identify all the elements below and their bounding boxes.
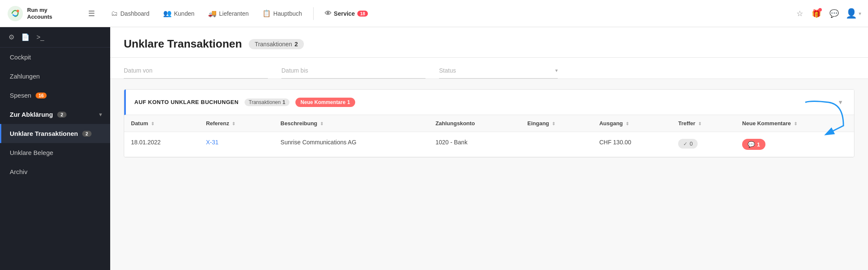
transactions-badge-label: Transaktionen — [255, 41, 292, 48]
svg-point-0 — [8, 6, 23, 21]
table-head: Datum ⇕ Referenz ⇕ Beschreibung ⇕ — [124, 115, 854, 132]
sidebar-terminal-button[interactable]: >_ — [36, 34, 44, 41]
card-transactions-badge: Transaktionen 1 — [245, 98, 289, 106]
datum-von-label: Datum von — [124, 67, 153, 74]
sidebar-nav: Cockpit Zahlungen Spesen 16 Zur Abklärun… — [0, 48, 110, 270]
col-eingang: Eingang ⇕ — [520, 115, 593, 132]
chat-button[interactable]: 💬 — [828, 7, 840, 20]
col-referenz-label: Referenz — [206, 120, 229, 127]
ausgang-sort-icon[interactable]: ⇕ — [626, 121, 629, 126]
col-datum-label: Datum — [131, 120, 148, 127]
service-icon: 👁 — [325, 10, 331, 17]
nav-dashboard-label: Dashboard — [120, 10, 150, 17]
col-ausgang-label: Ausgang — [599, 120, 623, 127]
datum-sort-icon[interactable]: ⇕ — [151, 121, 154, 126]
neue-kommentare-badge: Neue Kommentare 1 — [295, 98, 355, 107]
treffer-sort-icon[interactable]: ⇕ — [698, 121, 701, 126]
sidebar-archiv-label: Archiv — [10, 168, 28, 175]
check-icon: ✓ — [683, 141, 687, 147]
sidebar-item-unklare-transaktionen[interactable]: Unklare Transaktionen 2 — [0, 124, 110, 143]
referenz-sort-icon[interactable]: ⇕ — [232, 121, 235, 126]
page-title: Unklare Transaktionen — [124, 37, 242, 51]
col-referenz: Referenz ⇕ — [199, 115, 274, 132]
col-beschreibung: Beschreibung ⇕ — [274, 115, 429, 132]
nav-service-label: Service — [334, 10, 355, 17]
eingang-sort-icon[interactable]: ⇕ — [552, 121, 555, 126]
datum-von-filter[interactable]: Datum von — [124, 63, 268, 79]
comment-badge[interactable]: 💬 1 — [742, 139, 765, 150]
page-header: Unklare Transaktionen Transaktionen 2 — [110, 27, 868, 58]
row-zahlungskonto: 1020 - Bank — [428, 132, 520, 157]
nav-item-hauptbuch[interactable]: 📋 Hauptbuch — [256, 6, 308, 21]
sidebar-spesen-label: Spesen — [10, 92, 31, 99]
col-neue-kommentare-label: Neue Kommentare — [742, 120, 791, 127]
user-chevron-icon: ▾ — [859, 11, 861, 17]
col-neue-kommentare: Neue Kommentare ⇕ — [735, 115, 854, 132]
sidebar-item-cockpit[interactable]: Cockpit — [0, 48, 110, 67]
nav-item-lieferanten[interactable]: 🚚 Lieferanten — [202, 6, 255, 21]
referenz-link[interactable]: X-31 — [206, 139, 219, 146]
nav-separator — [313, 7, 314, 20]
nav-item-dashboard[interactable]: 🗂 Dashboard — [105, 6, 156, 21]
svg-point-1 — [17, 10, 19, 12]
neue-kommentare-sort-icon[interactable]: ⇕ — [794, 121, 797, 126]
sidebar-settings-button[interactable]: ⚙ — [8, 33, 14, 41]
sidebar-zur-abklarung-label: Zur Abklärung — [10, 111, 53, 118]
row-treffer: ✓ 0 — [671, 132, 735, 157]
sidebar-item-spesen[interactable]: Spesen 16 — [0, 86, 110, 105]
main-layout: ⚙ 📄 >_ Cockpit Zahlungen Spesen 16 Zur A… — [0, 27, 868, 270]
gift-button[interactable]: 🎁 — [810, 7, 823, 20]
treffer-badge: ✓ 0 — [678, 139, 698, 149]
status-filter[interactable]: Status ▾ — [439, 63, 558, 79]
transactions-badge: Transaktionen 2 — [249, 39, 304, 49]
row-ausgang: CHF 130.00 — [593, 132, 671, 157]
user-button[interactable]: 👤 ▾ — [846, 8, 861, 19]
status-dropdown-icon: ▾ — [555, 68, 558, 73]
nav-item-kunden[interactable]: 👥 Kunden — [157, 6, 200, 21]
col-zahlungskonto-label: Zahlungskonto — [435, 120, 475, 127]
logo-text: Run myAccounts — [27, 7, 52, 20]
user-icon: 👤 — [846, 8, 857, 19]
content-body: AUF KONTO UNKLARE BUCHUNGEN Transaktione… — [110, 79, 868, 270]
unklare-transaktionen-badge: 2 — [82, 131, 92, 137]
hauptbuch-icon: 📋 — [262, 9, 271, 17]
datum-bis-filter[interactable]: Datum bis — [281, 63, 426, 79]
col-datum: Datum ⇕ — [124, 115, 199, 132]
neue-kommentare-label: Neue Kommentare — [300, 99, 345, 105]
sidebar-item-zur-abklarung[interactable]: Zur Abklärung 2 ▾ — [0, 105, 110, 124]
card-transactions-label: Transaktionen — [249, 99, 281, 105]
nav-right-icons: ☆ 🎁 💬 👤 ▾ — [795, 7, 861, 20]
lieferanten-icon: 🚚 — [208, 9, 217, 17]
nav-hauptbuch-label: Hauptbuch — [273, 10, 302, 17]
star-button[interactable]: ☆ — [795, 7, 805, 20]
table-header-row: Datum ⇕ Referenz ⇕ Beschreibung ⇕ — [124, 115, 854, 132]
top-navigation: Run myAccounts ☰ 🗂 Dashboard 👥 Kunden 🚚 … — [0, 0, 868, 27]
row-beschreibung: Sunrise Communications AG — [274, 132, 429, 157]
sidebar: ⚙ 📄 >_ Cockpit Zahlungen Spesen 16 Zur A… — [0, 27, 110, 270]
beschreibung-sort-icon[interactable]: ⇕ — [320, 121, 323, 126]
gift-notification-dot — [818, 8, 822, 11]
nav-lieferanten-label: Lieferanten — [219, 10, 249, 17]
table-row: 18.01.2022 X-31 Sunrise Communications A… — [124, 132, 854, 157]
row-neue-kommentare: 💬 1 — [735, 132, 854, 157]
sidebar-item-zahlungen[interactable]: Zahlungen — [0, 67, 110, 86]
sidebar-item-archiv[interactable]: Archiv — [0, 162, 110, 181]
content-area: Unklare Transaktionen Transaktionen 2 Da… — [110, 27, 868, 270]
nav-kunden-label: Kunden — [174, 10, 195, 17]
spesen-badge: 16 — [36, 93, 47, 98]
hamburger-button[interactable]: ☰ — [85, 6, 98, 22]
card-header-right: ▾ — [835, 96, 846, 108]
kunden-icon: 👥 — [163, 9, 172, 17]
row-referenz: X-31 — [199, 132, 274, 157]
sidebar-item-unklare-belege[interactable]: Unklare Belege — [0, 143, 110, 162]
row-eingang — [520, 132, 593, 157]
card-dropdown-button[interactable]: ▾ — [835, 96, 846, 108]
data-table: Datum ⇕ Referenz ⇕ Beschreibung ⇕ — [124, 115, 854, 157]
col-treffer-label: Treffer — [678, 120, 695, 127]
nav-item-service[interactable]: 👁 Service 18 — [319, 6, 374, 21]
logo-area: Run myAccounts — [7, 5, 75, 22]
sidebar-zahlungen-label: Zahlungen — [10, 73, 40, 80]
col-beschreibung-label: Beschreibung — [281, 120, 317, 127]
sidebar-doc-button[interactable]: 📄 — [21, 33, 30, 41]
service-badge: 18 — [357, 11, 367, 17]
